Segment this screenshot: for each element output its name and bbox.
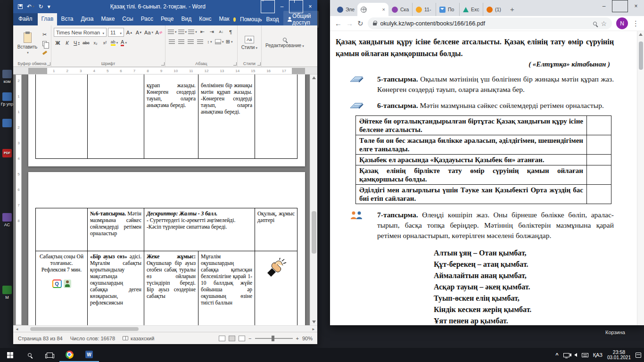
font-color-button[interactable]: А [120,39,128,47]
italic-button[interactable]: К [63,39,71,47]
numbering-button[interactable] [178,28,187,36]
display-tray-icon[interactable] [563,353,570,357]
browser-tab-6[interactable]: Exc [459,3,483,16]
zoom-page-icon[interactable] [593,22,597,25]
chrome-menu-button[interactable]: ⋮ [632,19,639,28]
editing-button[interactable]: Редактирование [265,43,304,48]
grow-font-button[interactable]: А▲ [125,28,133,36]
show-marks-button[interactable]: ¶ [227,28,235,36]
tab-layout[interactable]: Маке [97,13,118,25]
styles-button[interactable]: Стили [241,45,257,50]
lock-icon[interactable] [373,23,377,25]
proofing-language[interactable]: казахский [123,336,154,341]
scrollbar-thumb[interactable] [30,327,139,331]
task-view-button[interactable] [40,348,59,362]
clock[interactable]: 23:58 03.01.2021 [607,350,631,360]
browser-tab-active[interactable]: × [357,3,388,16]
close-tab-icon[interactable]: × [382,7,385,12]
tab-design[interactable]: Диза [77,13,97,25]
tab-file[interactable]: Файл [13,13,38,25]
browser-tab-5[interactable]: По [436,3,459,16]
strikethrough-button[interactable]: abc [82,39,90,47]
justify-button[interactable] [196,38,204,46]
start-button[interactable] [0,348,20,362]
clear-formatting-button[interactable]: А [155,28,163,36]
text-highlight-button[interactable]: ab [110,39,118,47]
action-center-button[interactable] [636,353,641,358]
taskbar-search-button[interactable] [20,348,40,362]
change-case-button[interactable]: Аа [144,28,153,36]
paste-button[interactable]: Вставить [16,30,39,58]
back-button[interactable]: ← [335,19,342,27]
document-area[interactable]: 2112345678 құрап жазады. Көнерген сөздер… [13,74,317,325]
browser-tab-1[interactable]: Эле [334,3,357,16]
tab-insert[interactable]: Вста [57,13,77,25]
cut-button[interactable]: ✂ [41,31,49,39]
tab-mailings[interactable]: Расс [137,13,157,25]
desktop-icon-blue[interactable] [0,119,14,128]
subscript-button[interactable]: x₂ [91,39,99,47]
sign-in-button[interactable]: Вход [266,16,279,23]
paragraph-dialog-launcher[interactable] [233,62,237,66]
align-right-button[interactable] [187,38,195,46]
word-horizontal-scrollbar[interactable]: ◄ ► [13,325,317,332]
word-title-bar[interactable]: ↶ ↻ ▾ Қазақ тілі. 6-сынып. 2-тоқсан. - W… [13,0,317,13]
url-text[interactable]: okulyk.kz/wp-content/books/166/166.pdf [380,20,590,27]
recycle-bin-label[interactable]: Корзина [605,329,625,335]
volume-tray-icon[interactable] [574,353,577,357]
styles-dialog-launcher[interactable] [257,62,261,66]
web-layout-button[interactable] [239,336,245,341]
decrease-indent-button[interactable]: ⇤ [198,28,206,36]
word-vertical-scrollbar[interactable] [310,74,317,325]
sort-button[interactable]: А↓ [217,28,225,36]
zoom-level[interactable]: 90% [302,336,313,341]
keyboard-tray-icon[interactable] [582,353,588,357]
ribbon-display-options-button[interactable] [261,0,275,13]
pdf-viewer[interactable]: Қазақ хандығын құру ісіне белсене атсалы… [330,31,644,325]
desktop-icon-group[interactable]: Гр упр [0,92,14,107]
zoom-slider[interactable] [255,338,293,339]
zoom-slider-thumb[interactable] [272,336,274,341]
tab-macros[interactable]: Мак [215,13,233,25]
document-page-1[interactable]: құрап жазады. Көнерген сөздерді тауып, о… [28,74,305,166]
underline-button[interactable]: Ч [73,39,81,47]
scroll-up-arrow[interactable] [639,33,643,36]
taskbar-word-button[interactable]: W [79,348,99,362]
bookmark-star-icon[interactable]: ☆ [601,20,607,27]
tab-view[interactable]: Вид [177,13,195,25]
scroll-down-arrow[interactable] [312,321,316,323]
forward-button[interactable]: → [346,19,353,27]
page-indicator[interactable]: Страница 83 из 84 [18,336,63,341]
format-painter-button[interactable] [41,49,49,57]
shrink-font-button[interactable]: А▼ [135,28,143,36]
copy-button[interactable] [41,40,49,48]
tab-references[interactable]: Ссы [118,13,137,25]
language-indicator[interactable]: ҚАЗ [593,352,603,358]
desktop-icon-m[interactable]: М [0,286,14,300]
save-button[interactable] [18,4,23,9]
tray-expand-button[interactable]: ^ [555,352,558,358]
scrollbar-thumb[interactable] [312,211,316,254]
line-spacing-button[interactable]: ↕ [206,38,214,46]
desktop-icon-computer[interactable]: ком [0,70,14,84]
pdf-scrollbar[interactable] [637,31,644,325]
scrollbar-thumb[interactable] [639,41,643,70]
bullets-button[interactable] [168,28,177,36]
desktop-icon-pdf[interactable]: PDF [0,149,14,158]
tab-review[interactable]: Реце [157,13,178,25]
browser-tab-4[interactable]: 11- [412,3,436,16]
browser-tab-7[interactable]: (1) [483,3,506,16]
horizontal-ruler[interactable]: 1234567891011121314151617 [28,68,305,74]
increase-indent-button[interactable]: ⇥ [208,28,216,36]
restore-button[interactable] [289,0,303,13]
browser-tab-3[interactable]: Ска [388,3,412,16]
align-left-button[interactable] [168,38,176,46]
word-count[interactable]: Число слов: 16678 [70,336,115,341]
print-layout-button[interactable] [229,336,235,341]
superscript-button[interactable]: x² [101,39,109,47]
new-tab-button[interactable]: + [506,3,518,15]
taskbar-chrome-button[interactable] [59,348,79,362]
help-label[interactable]: Помощь [240,16,262,23]
address-bar[interactable]: okulyk.kz/wp-content/books/166/166.pdf ☆ [368,17,612,29]
font-dialog-launcher[interactable] [161,62,165,66]
